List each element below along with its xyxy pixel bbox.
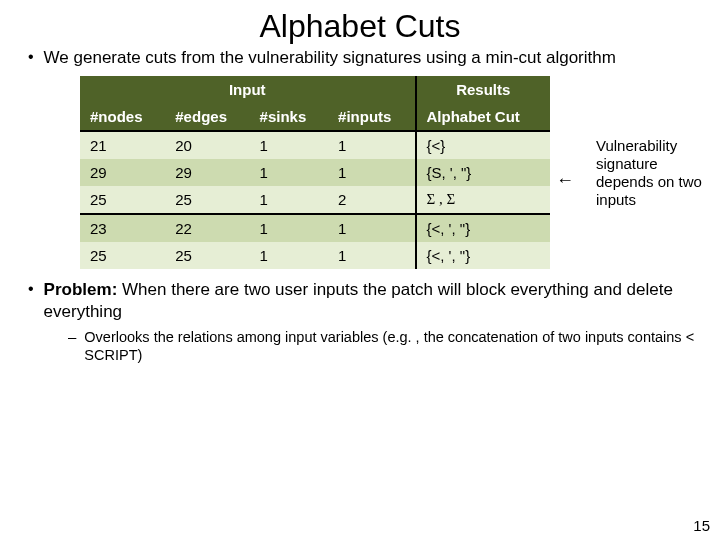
cell-sinks: 1 <box>250 186 328 214</box>
problem-label: Problem: <box>44 280 118 299</box>
cell-sinks: 1 <box>250 159 328 186</box>
cell-alpha: {<, ', "} <box>416 214 551 242</box>
sub-dash: – <box>68 328 76 345</box>
cell-edges: 22 <box>165 214 249 242</box>
cell-nodes: 29 <box>80 159 165 186</box>
sub-bullet: – Overlooks the relations among input va… <box>68 328 696 364</box>
page-title: Alphabet Cuts <box>0 8 720 45</box>
table-col-header: #nodes #edges #sinks #inputs Alphabet Cu… <box>80 103 550 131</box>
bullet-dot: • <box>28 47 34 68</box>
cell-edges: 25 <box>165 242 249 269</box>
cell-sinks: 1 <box>250 214 328 242</box>
cell-edges: 20 <box>165 131 249 159</box>
problem-rest: When there are two user inputs the patch… <box>44 280 673 320</box>
arrow-left-icon: ← <box>556 170 574 191</box>
cell-alpha: Σ , Σ <box>416 186 551 214</box>
sub-text: Overlooks the relations among input vari… <box>84 328 696 364</box>
cell-alpha: {<, ', "} <box>416 242 551 269</box>
table-group-header: Input Results <box>80 76 550 103</box>
cell-nodes: 25 <box>80 186 165 214</box>
bullet-item-problem: • Problem: When there are two user input… <box>28 279 696 322</box>
cell-sinks: 1 <box>250 242 328 269</box>
cell-edges: 29 <box>165 159 249 186</box>
bullet-text-1: We generate cuts from the vulnerability … <box>44 47 616 68</box>
cell-nodes: 25 <box>80 242 165 269</box>
table-row: 25 25 1 1 {<, ', "} <box>80 242 550 269</box>
cell-nodes: 23 <box>80 214 165 242</box>
table-row: 21 20 1 1 {<} <box>80 131 550 159</box>
col-alpha: Alphabet Cut <box>416 103 551 131</box>
bullet-item-1: • We generate cuts from the vulnerabilit… <box>28 47 702 68</box>
table-row: 25 25 1 2 Σ , Σ <box>80 186 550 214</box>
col-nodes: #nodes <box>80 103 165 131</box>
group-header-results: Results <box>416 76 551 103</box>
page-number: 15 <box>693 517 710 534</box>
table-area: Input Results #nodes #edges #sinks #inpu… <box>80 76 720 269</box>
cell-sinks: 1 <box>250 131 328 159</box>
cell-alpha: {<} <box>416 131 551 159</box>
cell-inputs: 1 <box>328 131 415 159</box>
col-inputs: #inputs <box>328 103 415 131</box>
cell-nodes: 21 <box>80 131 165 159</box>
table-row: 23 22 1 1 {<, ', "} <box>80 214 550 242</box>
cell-inputs: 1 <box>328 242 415 269</box>
side-annotation: Vulnerability signature depends on two i… <box>596 137 716 209</box>
alphabet-cuts-table: Input Results #nodes #edges #sinks #inpu… <box>80 76 550 269</box>
col-sinks: #sinks <box>250 103 328 131</box>
cell-inputs: 1 <box>328 214 415 242</box>
col-edges: #edges <box>165 103 249 131</box>
cell-edges: 25 <box>165 186 249 214</box>
cell-inputs: 2 <box>328 186 415 214</box>
group-header-input: Input <box>80 76 416 103</box>
cell-alpha: {S, ', "} <box>416 159 551 186</box>
bullet-dot: • <box>28 279 34 300</box>
table-row: 29 29 1 1 {S, ', "} <box>80 159 550 186</box>
cell-inputs: 1 <box>328 159 415 186</box>
problem-text: Problem: When there are two user inputs … <box>44 279 696 322</box>
